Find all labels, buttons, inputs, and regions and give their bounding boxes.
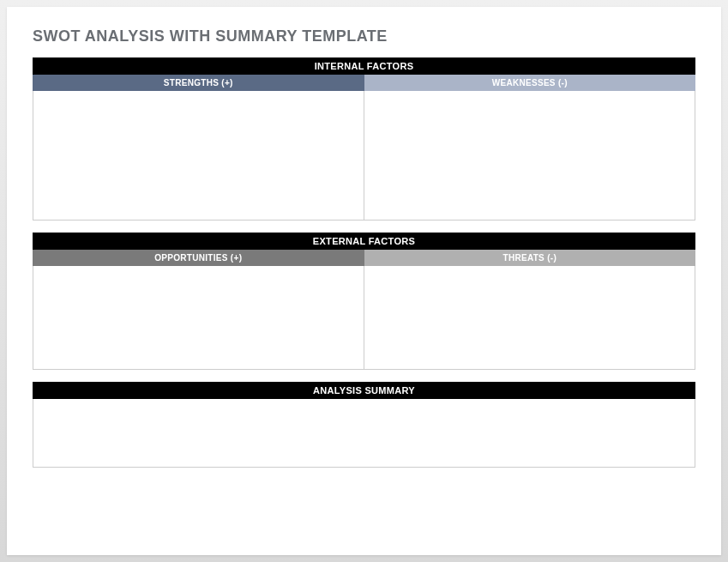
summary-cell[interactable] [33,399,695,468]
internal-content-row [33,91,695,221]
external-content-row [33,266,695,370]
analysis-summary-header: ANALYSIS SUMMARY [33,382,695,399]
external-subheaders: OPPORTUNITIES (+) THREATS (-) [33,250,695,266]
strengths-cell[interactable] [33,91,364,220]
internal-factors-header: INTERNAL FACTORS [33,57,695,75]
strengths-header: STRENGTHS (+) [33,75,364,91]
internal-factors-section: INTERNAL FACTORS STRENGTHS (+) WEAKNESSE… [33,57,695,221]
analysis-summary-section: ANALYSIS SUMMARY [33,382,695,468]
weaknesses-header: WEAKNESSES (-) [364,75,696,91]
document-title: SWOT ANALYSIS WITH SUMMARY TEMPLATE [33,27,695,45]
threats-header: THREATS (-) [364,250,696,266]
threats-cell[interactable] [364,266,695,369]
external-factors-section: EXTERNAL FACTORS OPPORTUNITIES (+) THREA… [33,233,695,370]
document-page: SWOT ANALYSIS WITH SUMMARY TEMPLATE INTE… [7,7,721,555]
weaknesses-cell[interactable] [364,91,695,220]
opportunities-header: OPPORTUNITIES (+) [33,250,364,266]
opportunities-cell[interactable] [33,266,364,369]
internal-subheaders: STRENGTHS (+) WEAKNESSES (-) [33,75,695,91]
external-factors-header: EXTERNAL FACTORS [33,233,695,250]
